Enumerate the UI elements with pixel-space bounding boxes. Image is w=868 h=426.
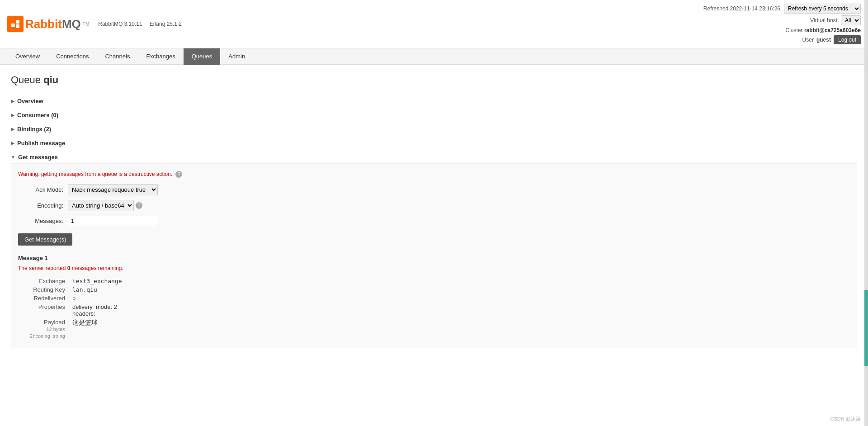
- redelivered-label: Redelivered: [18, 295, 72, 302]
- section-overview: ▶ Overview: [11, 95, 857, 107]
- overview-arrow: ▶: [11, 99, 14, 104]
- ack-mode-label: Ack Mode:: [18, 186, 63, 193]
- user-label: User: [802, 37, 814, 43]
- consumers-arrow: ▶: [11, 113, 14, 118]
- svg-rect-0: [11, 24, 15, 27]
- vhost-row: Virtual host All /: [810, 15, 861, 25]
- vhost-label: Virtual host: [810, 17, 837, 24]
- exchange-label: Exchange: [18, 278, 72, 284]
- payload-row: Payload 12 bytes Encoding: string 这是篮球: [18, 319, 850, 339]
- section-publish: ▶ Publish message: [11, 137, 857, 149]
- overview-label: Overview: [17, 98, 43, 104]
- get-messages-body: Warning: getting messages from a queue i…: [11, 163, 857, 348]
- consumers-label: Consumers (0): [17, 112, 58, 118]
- get-messages-button[interactable]: Get Message(s): [18, 233, 72, 246]
- nav-overview[interactable]: Overview: [7, 48, 48, 65]
- section-overview-header[interactable]: ▶ Overview: [11, 95, 857, 107]
- top-right: Refreshed 2022-11-14 23:16:26 Refresh ev…: [703, 4, 861, 44]
- logout-button[interactable]: Log out: [834, 35, 861, 44]
- payload-label: Payload 12 bytes Encoding: string: [18, 319, 72, 339]
- page-title: Queue qiu: [11, 74, 857, 86]
- nav-exchanges[interactable]: Exchanges: [138, 48, 183, 65]
- properties-value: delivery_mode: 2 headers:: [72, 303, 117, 317]
- refreshed-timestamp: Refreshed 2022-11-14 23:16:26: [703, 5, 780, 12]
- message-title: Message 1: [18, 255, 850, 261]
- routing-key-value: lan.qiu: [72, 286, 97, 293]
- section-consumers-header[interactable]: ▶ Consumers (0): [11, 109, 857, 121]
- topbar: RabbitMQ TM RabbitMQ 3.10.11 Erlang 25.1…: [0, 0, 868, 48]
- messages-label: Messages:: [18, 218, 63, 224]
- bindings-label: Bindings (2): [17, 126, 51, 133]
- encoding-row: Encoding: Auto string / base64 base64 ?: [18, 200, 850, 211]
- exchange-row: Exchange test3_exchange: [18, 278, 850, 284]
- section-get-messages: ▼ Get messages Warning: getting messages…: [11, 151, 857, 348]
- scrollbar[interactable]: [864, 0, 868, 359]
- section-bindings-header[interactable]: ▶ Bindings (2): [11, 123, 857, 135]
- encoding-label: Encoding:: [18, 202, 63, 209]
- logo-icon: [7, 16, 24, 32]
- warning-text: Warning: getting messages from a queue i…: [18, 171, 850, 178]
- user-value: guest: [816, 37, 831, 43]
- cluster-row: Cluster rabbit@ca725a603e6e: [786, 27, 861, 33]
- svg-rect-2: [16, 24, 19, 28]
- routing-key-label: Routing Key: [18, 286, 72, 293]
- routing-key-row: Routing Key lan.qiu: [18, 286, 850, 293]
- refresh-select[interactable]: Refresh every 5 seconds Refresh every 10…: [784, 4, 861, 14]
- vhost-select[interactable]: All /: [841, 15, 861, 25]
- logo-text: RabbitMQ: [25, 17, 81, 31]
- ack-mode-select[interactable]: Nack message requeue true Nack message r…: [68, 184, 158, 195]
- main-content: Queue qiu ▶ Overview ▶ Consumers (0) ▶ B…: [0, 65, 868, 359]
- nav-admin[interactable]: Admin: [220, 48, 253, 65]
- nav: Overview Connections Channels Exchanges …: [0, 48, 868, 65]
- section-consumers: ▶ Consumers (0): [11, 109, 857, 121]
- svg-rect-1: [16, 20, 19, 24]
- version-info: RabbitMQ 3.10.11 Erlang 25.1.2: [98, 21, 182, 27]
- bindings-arrow: ▶: [11, 127, 14, 132]
- messages-row: Messages:: [18, 216, 850, 226]
- logo-tm: TM: [83, 22, 89, 27]
- get-messages-label: Get messages: [18, 154, 58, 161]
- warning-help-icon[interactable]: ?: [175, 171, 182, 178]
- section-get-messages-header[interactable]: ▼ Get messages: [11, 151, 857, 163]
- encoding-help-icon[interactable]: ?: [136, 202, 142, 209]
- cluster-label: Cluster: [786, 27, 803, 33]
- properties-row: Properties delivery_mode: 2 headers:: [18, 303, 850, 317]
- get-messages-arrow: ▼: [11, 155, 15, 160]
- encoding-select[interactable]: Auto string / base64 base64: [68, 200, 134, 211]
- nav-queues[interactable]: Queues: [184, 48, 221, 65]
- publish-label: Publish message: [17, 140, 65, 147]
- section-bindings: ▶ Bindings (2): [11, 123, 857, 135]
- refresh-row: Refreshed 2022-11-14 23:16:26 Refresh ev…: [703, 4, 861, 14]
- payload-content: 这是篮球: [72, 319, 98, 339]
- section-publish-header[interactable]: ▶ Publish message: [11, 137, 857, 149]
- properties-label: Properties: [18, 303, 72, 317]
- scrollbar-thumb[interactable]: [864, 290, 868, 359]
- cluster-value: rabbit@ca725a603e6e: [804, 27, 861, 33]
- message-result: Message 1 The server reported 0 messages…: [18, 255, 850, 339]
- messages-input[interactable]: [68, 216, 158, 226]
- rabbitmq-version: RabbitMQ 3.10.11: [98, 21, 142, 27]
- redelivered-row: Redelivered ○: [18, 295, 850, 302]
- server-info: The server reported 0 messages remaining…: [18, 265, 850, 271]
- nav-connections[interactable]: Connections: [48, 48, 97, 65]
- logo: RabbitMQ TM: [7, 16, 89, 32]
- ack-mode-row: Ack Mode: Nack message requeue true Nack…: [18, 184, 850, 195]
- erlang-version: Erlang 25.1.2: [150, 21, 182, 27]
- redelivered-value: ○: [72, 295, 76, 302]
- exchange-value: test3_exchange: [72, 278, 122, 284]
- user-row: User guest Log out: [802, 35, 861, 44]
- publish-arrow: ▶: [11, 141, 14, 146]
- nav-channels[interactable]: Channels: [97, 48, 138, 65]
- logo-area: RabbitMQ TM RabbitMQ 3.10.11 Erlang 25.1…: [7, 16, 182, 32]
